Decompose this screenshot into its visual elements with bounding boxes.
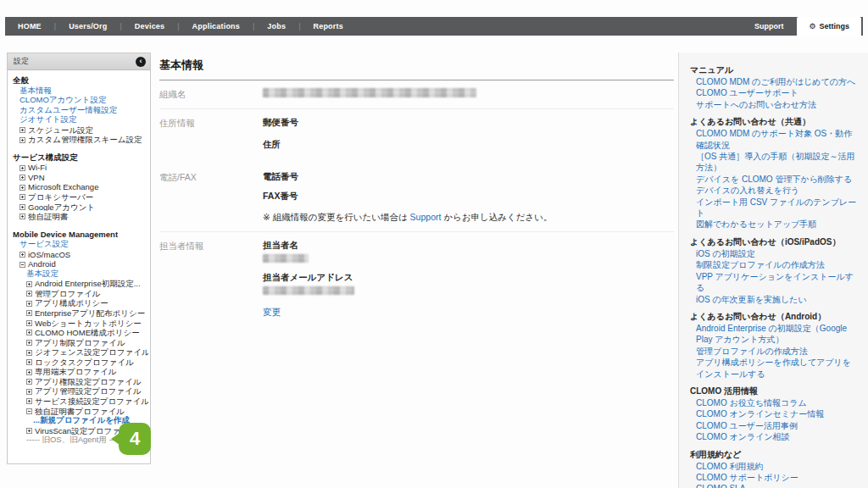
expand-plus-icon[interactable] [19, 165, 25, 171]
tree-item[interactable]: 基本設定 [8, 269, 148, 279]
help-link[interactable]: CLOMO オンラインセミナー情報 [690, 408, 860, 419]
expand-plus-icon[interactable] [19, 175, 25, 180]
tree-item[interactable]: サービス接続設定プロファイル [8, 396, 148, 406]
help-link[interactable]: CLOMO お役立ち情報コラム [690, 397, 860, 408]
change-link[interactable]: 変更 [263, 307, 281, 317]
expand-plus-icon[interactable] [19, 137, 25, 143]
help-section: よくあるお問い合わせ（Android）Android Enterprise の初… [690, 311, 860, 380]
expand-plus-icon[interactable] [19, 194, 25, 200]
help-link[interactable]: CLOMO 利用規約 [690, 461, 860, 472]
tree-item[interactable]: 基本情報 [8, 86, 148, 96]
expand-plus-icon[interactable] [19, 127, 25, 133]
expand-plus-icon[interactable] [26, 369, 32, 375]
tree-item[interactable]: アプリ構成ポリシー [8, 297, 148, 308]
help-link[interactable]: CLOMO SLA [690, 483, 860, 488]
nav-item-home[interactable]: HOME [5, 17, 54, 36]
tree-item[interactable]: アプリ管理設定プロファイル [8, 385, 148, 396]
help-link[interactable]: デバイスを CLOMO 管理下から削除する [690, 174, 860, 185]
tree-item[interactable]: Wi-Fi [8, 162, 148, 172]
help-section-title: マニュアル [690, 64, 860, 76]
help-section-title: CLOMO 活用情報 [690, 385, 860, 397]
tree-item[interactable]: プロキシサーバー [8, 191, 148, 202]
support-link[interactable]: Support [410, 212, 442, 222]
expand-plus-icon[interactable] [26, 301, 32, 307]
nav-item-reports[interactable]: Reports [301, 17, 356, 36]
tree-item[interactable]: Webショートカットポリシー [8, 318, 148, 328]
help-link[interactable]: VPP アプリケーションをインストールする [690, 271, 860, 294]
expand-plus-icon[interactable] [26, 291, 32, 297]
help-link[interactable]: CLOMO ユーザーサポート [690, 87, 860, 98]
step-number: 4 [130, 428, 140, 450]
nav-item-devices[interactable]: Devices [122, 17, 177, 36]
nav-support[interactable]: Support [741, 17, 798, 36]
expand-plus-icon[interactable] [26, 428, 32, 434]
help-section: CLOMO 活用情報CLOMO お役立ち情報コラムCLOMO オンラインセミナー… [690, 385, 860, 443]
expand-plus-icon[interactable] [26, 330, 32, 336]
tree-item[interactable]: 専用端末プロファイル [8, 366, 148, 376]
main-content: 基本情報 組織名 住所情報 郵便番号 住所 電話/FAX 電話番号 FAX番号 [159, 53, 674, 326]
tree-item[interactable]: カスタム管理権限スキーム設定 [8, 134, 148, 144]
tree-item[interactable]: Microsoft Exchange [8, 181, 148, 191]
help-link[interactable]: 制限設定プロファイルの作成方法 [690, 259, 860, 270]
expand-plus-icon[interactable] [26, 340, 32, 346]
expand-plus-icon[interactable] [26, 379, 32, 385]
tree-item[interactable]: アプリ制限プロファイル [8, 337, 148, 347]
help-link[interactable]: CLOMO ユーザー活用事例 [690, 420, 860, 431]
tree-item[interactable]: VPN [8, 172, 148, 182]
tree-item[interactable]: CLOMO HOME構成ポリシー [8, 327, 148, 337]
help-link[interactable]: CLOMO サポートポリシー [690, 472, 860, 483]
help-link[interactable]: サポートへのお問い合わせ方法 [690, 99, 860, 110]
tree-item[interactable]: ロックタスクプロファイル [8, 357, 148, 367]
help-link[interactable]: Android Enterprise の初期設定（Google Play アカウ… [690, 323, 860, 346]
collapse-minus-icon[interactable] [19, 262, 25, 268]
expand-plus-icon[interactable] [19, 214, 25, 219]
expand-plus-icon[interactable] [26, 389, 32, 395]
expand-plus-icon[interactable] [26, 320, 32, 326]
tree-item[interactable]: ジオサイト設定 [8, 114, 148, 125]
tree-item[interactable]: 独自証明書プロファイル [8, 406, 148, 416]
tree-item[interactable]: iOS/macOS [8, 249, 148, 259]
tree-item[interactable]: Android Enterprise初期設定... [8, 278, 148, 288]
tree-item[interactable]: ジオフェンス設定プロファイル [8, 347, 148, 357]
settings-tree: 全般基本情報CLOMOアカウント設定カスタムユーザー情報設定ジオサイト設定スケジ… [8, 70, 150, 448]
collapse-minus-icon[interactable] [26, 408, 32, 414]
tree-item-label: ジオフェンス設定プロファイル [35, 347, 148, 357]
expand-plus-icon[interactable] [26, 398, 32, 404]
tree-item[interactable]: Googleアカウント [8, 202, 148, 212]
help-link[interactable]: ［OS 共通］導入の手順（初期設定～活用方法） [690, 151, 860, 174]
expand-plus-icon[interactable] [26, 310, 32, 316]
help-link[interactable]: iOS の初期設定 [690, 248, 860, 259]
expand-plus-icon[interactable] [19, 185, 25, 191]
help-link[interactable]: アプリ構成ポリシーを作成してアプリをインストールする [690, 357, 860, 380]
sidebar-collapse-icon[interactable]: ‹ [136, 57, 146, 67]
nav-settings-tab[interactable]: ⚙ Settings [797, 17, 861, 36]
help-link[interactable]: iOS の年次更新を実施したい [690, 294, 860, 305]
expand-plus-icon[interactable] [19, 252, 25, 258]
tree-item-label: Webショートカットポリシー [35, 319, 142, 328]
help-link[interactable]: CLOMO MDM のご利用がはじめての方へ [690, 76, 860, 87]
expand-plus-icon[interactable] [19, 204, 25, 210]
tree-item[interactable]: Enterpriseアプリ配布ポリシー [8, 308, 148, 318]
tree-item[interactable]: アプリ権限設定プロファイル [8, 376, 148, 386]
tree-item-label: ----- 旧OS、旧Agent用 ----- [26, 435, 122, 445]
tree-item[interactable]: スケジュール設定 [8, 125, 148, 135]
tree-item-label: ロックタスクプロファイル [35, 358, 134, 367]
tree-item[interactable]: サービス設定 [8, 239, 148, 249]
expand-plus-icon[interactable] [26, 281, 32, 287]
expand-plus-icon[interactable] [26, 350, 32, 356]
tree-item[interactable]: CLOMOアカウント設定 [8, 95, 148, 105]
help-link[interactable]: デバイスの入れ替えを行う [690, 185, 860, 196]
help-link[interactable]: インポート用 CSV ファイルのテンプレート [690, 197, 860, 219]
tree-item[interactable]: Android [8, 258, 148, 269]
tree-item[interactable]: 独自証明書 [8, 211, 148, 221]
help-link[interactable]: 管理プロファイルの作成方法 [690, 346, 860, 357]
help-link[interactable]: CLOMO オンライン相談 [690, 431, 860, 442]
nav-item-jobs[interactable]: Jobs [254, 17, 298, 36]
tree-item[interactable]: カスタムユーザー情報設定 [8, 105, 148, 115]
expand-plus-icon[interactable] [26, 359, 32, 365]
nav-item-applications[interactable]: Applications [180, 17, 253, 36]
help-link[interactable]: CLOMO MDM のサポート対象 OS・動作確認状況 [690, 128, 860, 151]
tree-item[interactable]: 管理プロファイル [8, 288, 148, 298]
help-link[interactable]: 図解でわかるセットアップ手順 [690, 219, 860, 230]
nav-item-users-org[interactable]: Users/Org [56, 17, 120, 36]
